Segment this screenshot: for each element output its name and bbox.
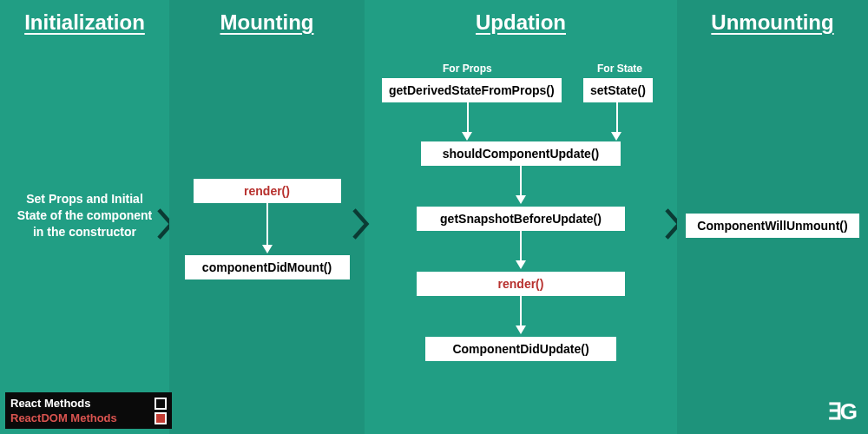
box-should-component-update: shouldComponentUpdate() bbox=[421, 141, 621, 166]
arrow-head-icon bbox=[262, 245, 273, 253]
label-for-state: For State bbox=[597, 62, 642, 75]
label-for-props: For Props bbox=[443, 62, 492, 75]
title-unmounting: Unmounting bbox=[677, 10, 868, 35]
column-unmounting: Unmounting ComponentWillUnmount() bbox=[677, 0, 868, 434]
legend: React Methods ReactDOM Methods bbox=[5, 392, 172, 429]
box-get-snapshot: getSnapshotBeforeUpdate() bbox=[417, 207, 625, 231]
legend-swatch-red bbox=[155, 412, 167, 424]
box-mount-render: render() bbox=[194, 179, 341, 203]
box-component-will-unmount: ComponentWillUnmount() bbox=[686, 214, 859, 238]
arrow-line bbox=[266, 203, 268, 245]
arrow-line bbox=[520, 231, 522, 260]
column-updation: Updation For Props For State getDerivedS… bbox=[365, 0, 677, 434]
arrow-line bbox=[467, 102, 469, 132]
box-component-did-mount: componentDidMount() bbox=[185, 255, 350, 279]
title-mounting: Mounting bbox=[169, 10, 365, 35]
arrow-head-icon bbox=[516, 326, 526, 334]
arrow-head-icon bbox=[611, 132, 621, 141]
logo: ƎG bbox=[828, 398, 856, 425]
init-description: Set Props and Initial State of the compo… bbox=[11, 191, 159, 240]
legend-row-react: React Methods bbox=[10, 396, 167, 411]
legend-row-reactdom: ReactDOM Methods bbox=[10, 411, 167, 425]
legend-swatch-white bbox=[155, 398, 167, 410]
title-updation: Updation bbox=[365, 10, 677, 35]
box-update-render: render() bbox=[417, 272, 625, 296]
box-get-derived-state: getDerivedStateFromProps() bbox=[382, 78, 562, 102]
arrow-head-icon bbox=[516, 260, 526, 269]
box-set-state: setState() bbox=[583, 78, 653, 102]
arrow-line bbox=[616, 102, 618, 132]
column-mounting: Mounting render() componentDidMount() bbox=[169, 0, 365, 434]
arrow-head-icon bbox=[516, 195, 526, 204]
title-initialization: Initialization bbox=[0, 10, 169, 35]
legend-label-react: React Methods bbox=[10, 397, 90, 410]
column-initialization: Initialization Set Props and Initial Sta… bbox=[0, 0, 169, 434]
arrow-line bbox=[520, 296, 522, 326]
arrow-head-icon bbox=[462, 132, 472, 141]
arrow-line bbox=[520, 166, 522, 195]
box-component-did-update: ComponentDidUpdate() bbox=[425, 337, 616, 361]
legend-label-reactdom: ReactDOM Methods bbox=[10, 411, 117, 424]
